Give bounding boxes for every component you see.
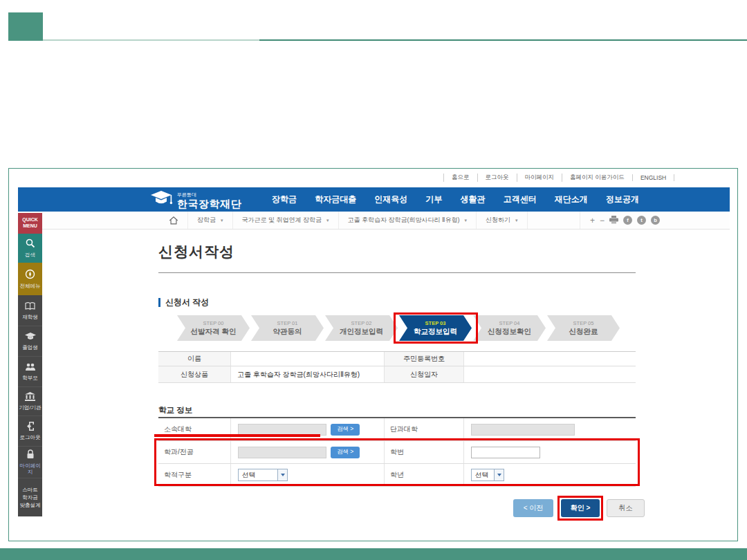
home-icon[interactable]: [169, 216, 178, 228]
product-value-cell: 고졸 후학습자 장학금(희망사다리Ⅱ유형): [231, 366, 385, 382]
resident-number-label-cell: 주민등록번호: [385, 352, 464, 366]
section-header: 신청서 작성: [158, 297, 209, 308]
page-title: 신청서작성: [158, 242, 234, 261]
compass-icon: [25, 269, 35, 282]
department-input[interactable]: [238, 447, 326, 458]
quick-menu-all-label: 전체메뉴: [20, 283, 41, 289]
quick-menu-search-label: 검색: [25, 252, 35, 258]
table-row: 신청상품 고졸 후학습자 장학금(희망사다리Ⅱ유형) 신청일자: [158, 366, 636, 383]
breadcrumb-item-apply[interactable]: 신청하기 ▾: [476, 212, 528, 229]
breadcrumb-label: 장학금: [197, 216, 216, 225]
step-label: 약관동의: [273, 327, 302, 337]
step-number: STEP 04: [499, 320, 520, 326]
quick-menu-all-menu[interactable]: 전체메뉴: [18, 263, 42, 295]
nav-item-dormitory[interactable]: 생활관: [461, 194, 486, 205]
cancel-button[interactable]: 취소: [607, 499, 645, 517]
quick-menu-smart-label: 스마트 학자금 맞춤설계: [20, 486, 41, 510]
university-search-button[interactable]: 검색 >: [331, 424, 360, 436]
logo-name: 한국장학재단: [177, 198, 241, 210]
step-number: STEP 02: [351, 320, 372, 326]
step-number: STEP 01: [277, 320, 298, 326]
resident-number-value-cell: [464, 352, 636, 366]
product-label-cell: 신청상품: [158, 366, 231, 382]
grade-label: 학년: [385, 464, 464, 486]
quick-menu-enrolled-label: 재학생: [22, 315, 38, 320]
department-label: 학과/전공: [158, 441, 231, 463]
nav-item-scholarship[interactable]: 장학금: [272, 194, 297, 205]
breadcrumb-label: 국가근로 및 취업연계 장학금: [242, 216, 322, 225]
enroll-status-label: 학적구분: [158, 464, 231, 486]
step-label: 학교정보입력: [414, 327, 457, 337]
applicant-info-table: 이름 주민등록번호 신청상품 고졸 후학습자 장학금(희망사다리Ⅱ유형) 신청일…: [158, 351, 636, 383]
nav-item-donation[interactable]: 기부: [425, 194, 442, 205]
section-accent-bar: [158, 298, 160, 307]
school-info-title: 학교 정보: [158, 405, 192, 416]
title-divider: [158, 272, 636, 273]
select-arrow-icon: [494, 469, 504, 480]
quick-menu-search[interactable]: 검색: [18, 234, 42, 263]
twitter-icon[interactable]: t: [637, 216, 646, 225]
step-00: STEP 00 선발자격 확인: [177, 315, 250, 341]
quick-menu-parents[interactable]: 학부모: [18, 357, 42, 387]
college-input[interactable]: [471, 424, 575, 436]
college-value-cell: [464, 418, 636, 440]
zoom-in-icon[interactable]: +: [590, 216, 595, 225]
quick-menu-smart-plan[interactable]: 스마트 학자금 맞춤설계: [18, 478, 42, 516]
step-number: STEP 00: [203, 320, 224, 326]
enroll-status-select[interactable]: 선택: [238, 469, 288, 481]
table-row: 학적구분 선택 학년 선택: [158, 464, 636, 487]
red-annotation-underline-university: [154, 434, 320, 437]
search-icon: [26, 239, 35, 251]
print-icon[interactable]: [609, 214, 618, 227]
confirm-button[interactable]: 확인 >: [561, 499, 600, 517]
student-id-input[interactable]: [471, 447, 540, 458]
grade-select[interactable]: 선택: [471, 469, 504, 481]
quick-menu-mypage[interactable]: 마이페이지: [18, 447, 42, 478]
page-tools: + − f t b: [580, 212, 660, 229]
nav-item-talent[interactable]: 인재육성: [374, 194, 407, 205]
university-input[interactable]: [238, 424, 326, 436]
breadcrumb-item-work-study[interactable]: 국가근로 및 취업연계 장학금 ▾: [232, 212, 338, 229]
nav-item-loans[interactable]: 학자금대출: [315, 194, 356, 205]
utility-link-home[interactable]: 홈으로: [443, 174, 477, 182]
prev-button[interactable]: < 이전: [513, 499, 553, 517]
department-search-button[interactable]: 검색 >: [331, 447, 360, 458]
university-value-cell: 검색 >: [231, 418, 385, 440]
step-01: STEP 01 약관동의: [251, 315, 324, 341]
facebook-icon[interactable]: f: [623, 216, 632, 225]
utility-link-guide[interactable]: 홈페이지 이용가이드: [562, 174, 632, 182]
step-label: 선발자격 확인: [191, 327, 237, 337]
utility-link-mypage[interactable]: 마이페이지: [517, 174, 562, 182]
quick-menu-graduate[interactable]: 졸업생: [18, 326, 42, 357]
quick-menu-enrolled[interactable]: 재학생: [18, 295, 42, 326]
step-number: STEP 03: [425, 320, 446, 326]
section-title: 신청서 작성: [165, 297, 209, 308]
step-label: 신청정보확인: [488, 327, 531, 337]
grade-value-cell: 선택: [464, 464, 636, 486]
breadcrumb-bar: 장학금 ▾ 국가근로 및 취업연계 장학금 ▾ 고졸 후학습자 장학금(희망사다…: [18, 212, 730, 230]
zoom-out-icon[interactable]: −: [600, 216, 605, 225]
quick-menu-parents-label: 학부모: [22, 375, 38, 381]
apply-date-label-cell: 신청일자: [385, 366, 464, 382]
header-divider-line: [8, 39, 747, 41]
step-indicator: STEP 00 선발자격 확인 STEP 01 약관동의 STEP 02 개인정…: [177, 315, 620, 341]
header-accent-square: [8, 12, 43, 41]
nav-item-customer-center[interactable]: 고객센터: [504, 194, 537, 205]
chevron-down-icon: ▾: [326, 218, 329, 223]
utility-link-logout[interactable]: 로그아웃: [477, 174, 517, 182]
name-value-cell: [231, 352, 385, 366]
breadcrumb-item-program[interactable]: 고졸 후학습자 장학금(희망사다리 Ⅱ유형) ▾: [338, 212, 476, 229]
quick-menu-company[interactable]: 기업/기관: [18, 387, 42, 416]
breadcrumb-item-scholarship[interactable]: 장학금 ▾: [187, 212, 232, 229]
utility-link-english[interactable]: ENGLISH: [632, 174, 674, 181]
select-value: 선택: [239, 471, 255, 480]
nav-item-disclosure[interactable]: 정보공개: [606, 194, 639, 205]
kosaf-logo[interactable]: 푸른등대 한국장학재단: [151, 190, 241, 210]
quick-menu-logout[interactable]: 로그아웃: [18, 416, 42, 447]
step-03-active: STEP 03 학교정보입력: [399, 315, 472, 341]
quick-menu-company-label: 기업/기관: [19, 405, 41, 411]
quick-menu-graduate-label: 졸업생: [22, 345, 38, 351]
nav-item-about[interactable]: 재단소개: [555, 194, 588, 205]
graduation-cap-logo-icon: [151, 190, 173, 210]
blog-icon[interactable]: b: [651, 216, 660, 225]
